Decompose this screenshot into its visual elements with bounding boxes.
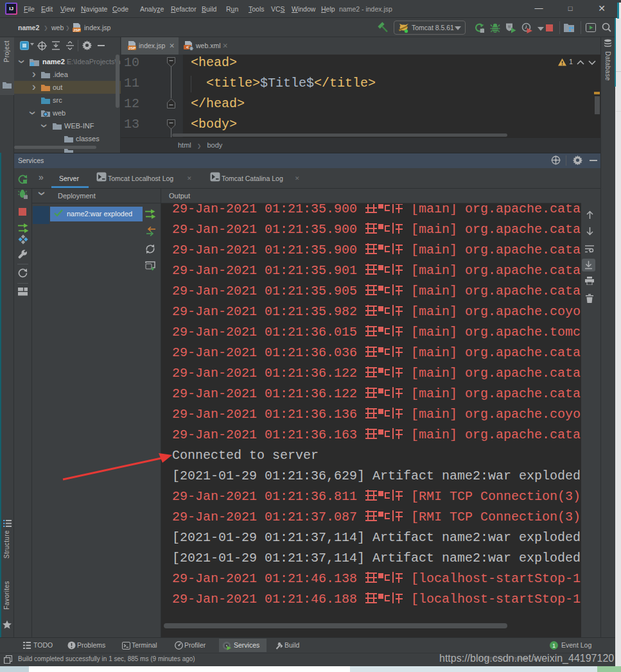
- svg-text:<: <: [186, 45, 189, 49]
- svg-text:JSP: JSP: [73, 28, 80, 32]
- svg-text:JSP: JSP: [128, 46, 136, 50]
- svg-text:1: 1: [552, 642, 555, 649]
